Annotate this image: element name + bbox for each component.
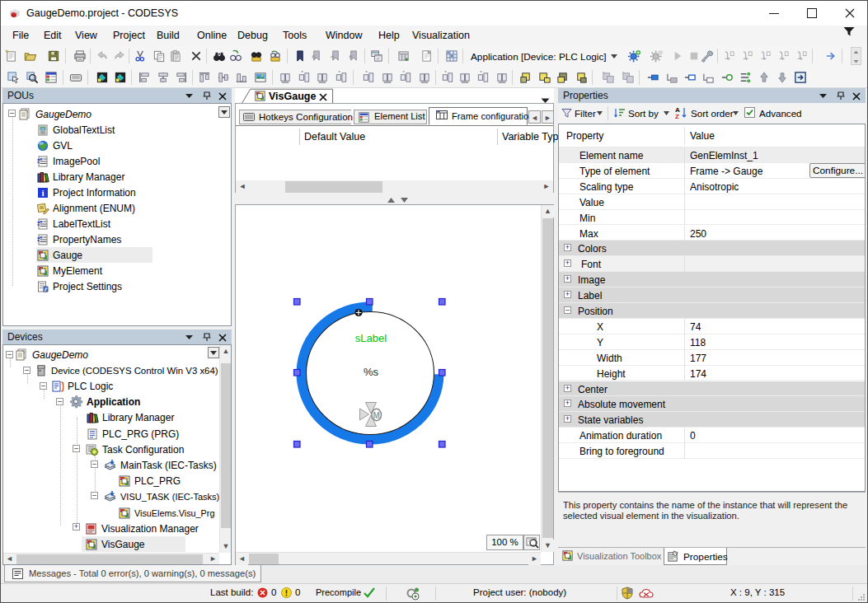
- svg-text:%s: %s: [364, 366, 379, 378]
- svg-text:sLabel: sLabel: [355, 332, 387, 344]
- svg-text:i: i: [41, 188, 44, 198]
- svg-text:Z: Z: [675, 113, 679, 119]
- svg-text:M: M: [373, 411, 380, 420]
